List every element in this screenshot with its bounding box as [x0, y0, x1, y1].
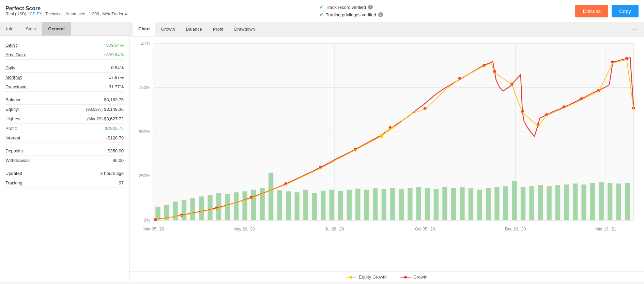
svg-rect-39	[286, 191, 291, 220]
copy-button[interactable]: Copy	[612, 5, 639, 17]
tracking-row: Tracking 97	[5, 178, 124, 188]
header: Perfect Score Real (USD), ICE-FX , Techn…	[0, 0, 644, 22]
svg-rect-43	[321, 191, 325, 220]
svg-rect-70	[555, 185, 560, 220]
svg-rect-78	[625, 183, 630, 220]
withdrawals-row: Withdrawals: $0.00	[5, 156, 124, 165]
monthly-label[interactable]: Monthly:	[5, 75, 22, 80]
svg-rect-52	[399, 189, 404, 220]
svg-rect-29	[199, 196, 204, 220]
svg-rect-77	[616, 183, 621, 220]
tab-drawdown[interactable]: Drawdown	[229, 23, 260, 36]
monthly-row: Monthly: 17.97%	[5, 73, 124, 82]
svg-rect-54	[416, 187, 421, 220]
svg-rect-50	[382, 189, 386, 220]
tab-chart[interactable]: Chart	[133, 22, 155, 36]
svg-text:250%: 250%	[139, 173, 150, 178]
svg-rect-65	[512, 181, 517, 220]
main-content: Info Stats General Gain : +809.64% Abs. …	[0, 22, 644, 282]
balance-section: Balance: $3,183.75 Equity: (98.92%)$3,14…	[5, 95, 124, 143]
equity-growth-legend: Equity Growth	[346, 274, 387, 280]
svg-rect-73	[582, 184, 586, 220]
svg-rect-76	[608, 183, 612, 220]
track-record-label: Track record verified	[326, 5, 366, 10]
balance-row: Balance: $3,183.75	[5, 95, 124, 105]
svg-rect-27	[182, 200, 186, 220]
daily-label[interactable]: Daily	[5, 65, 15, 70]
svg-text:750%: 750%	[139, 85, 150, 90]
svg-rect-44	[329, 190, 334, 220]
equity-row: Equity: (98.92%)$3,149.36	[5, 105, 124, 114]
drawdown-label[interactable]: Drawdown:	[5, 84, 28, 89]
svg-rect-38	[277, 190, 282, 220]
svg-text:Jul 28, '20: Jul 28, '20	[325, 227, 344, 231]
deposits-value: $350.00	[108, 148, 124, 153]
interest-label: Interest	[5, 135, 20, 140]
svg-rect-60	[469, 188, 473, 220]
svg-rect-57	[442, 187, 447, 220]
account-subtitle: Real (USD), ICE-FX , Technical , Automat…	[5, 12, 127, 16]
svg-rect-34	[242, 191, 247, 220]
tab-info[interactable]: Info	[0, 22, 20, 35]
equity-label: Equity:	[5, 107, 19, 112]
trading-privileges-info-icon[interactable]: i	[378, 12, 383, 17]
tab-general[interactable]: General	[42, 22, 71, 35]
equity-value: (98.92%)$3,149.36	[86, 107, 124, 112]
highest-note: (Mar 29)	[87, 117, 103, 121]
highest-row: Highest: (Mar 29)$3,627.72	[5, 114, 124, 124]
svg-rect-56	[434, 189, 439, 220]
svg-point-101	[380, 134, 383, 138]
tab-profit[interactable]: Profit	[208, 23, 229, 36]
tab-growth[interactable]: Growth	[155, 23, 181, 36]
highest-value: (Mar 29)$3,627.72	[87, 116, 124, 121]
account-title: Perfect Score	[5, 5, 127, 12]
icefx-link[interactable]: ICE-FX	[29, 12, 42, 16]
tracking-label: Tracking	[5, 180, 22, 185]
svg-text:Dec 23, '20: Dec 23, '20	[505, 227, 526, 231]
svg-rect-28	[190, 198, 195, 220]
svg-rect-59	[460, 187, 464, 220]
withdrawals-label: Withdrawals:	[5, 158, 31, 163]
svg-rect-35	[251, 190, 256, 220]
discuss-button[interactable]: Discuss	[575, 5, 608, 17]
track-record-info-icon[interactable]: i	[368, 5, 373, 10]
svg-rect-32	[225, 194, 230, 220]
more-options-icon[interactable]: ···	[630, 23, 641, 35]
gain-value: +809.64%	[104, 43, 124, 48]
performance-section: Daily 0.54% Monthly: 17.97% Drawdown: 31…	[5, 63, 124, 92]
tab-stats[interactable]: Stats	[20, 22, 42, 35]
verification-section: ✔ Track record verified i ✔ Trading priv…	[319, 4, 383, 18]
daily-row: Daily 0.54%	[5, 63, 124, 73]
growth-legend: Growth	[400, 274, 428, 280]
svg-rect-30	[208, 195, 212, 220]
svg-rect-24	[155, 207, 160, 220]
svg-rect-67	[529, 186, 534, 220]
svg-rect-42	[312, 193, 317, 220]
equity-note: (98.92%)	[86, 107, 103, 112]
gain-label[interactable]: Gain :	[5, 43, 17, 48]
tab-balance[interactable]: Balance	[181, 23, 208, 36]
growth-label: Growth	[413, 274, 428, 280]
interest-row: Interest -$120.79	[5, 133, 124, 143]
trading-privileges-verify: ✔ Trading privileges verified i	[319, 12, 383, 18]
svg-rect-55	[425, 188, 430, 220]
track-record-verify: ✔ Track record verified i	[319, 4, 383, 10]
withdrawals-value: $0.00	[112, 158, 124, 163]
header-left: Perfect Score Real (USD), ICE-FX , Techn…	[5, 5, 127, 16]
svg-rect-47	[355, 189, 360, 220]
balance-label: Balance:	[5, 97, 23, 102]
svg-rect-69	[547, 186, 551, 220]
left-stats-content: Gain : +809.64% Abs. Gain: +809.64% Dail…	[0, 36, 129, 282]
chart-legend: Equity Growth Growth	[129, 271, 644, 282]
svg-rect-72	[573, 183, 578, 220]
svg-rect-53	[408, 188, 412, 220]
right-tab-bar: Chart Growth Balance Profit Drawdown ···	[129, 22, 644, 36]
svg-text:Oct 05, '20: Oct 05, '20	[415, 227, 435, 231]
svg-text:0%: 0%	[144, 218, 151, 223]
drawdown-row: Drawdown: 31.77%	[5, 82, 124, 92]
profit-label: Profit:	[5, 126, 17, 131]
abs-gain-label[interactable]: Abs. Gain:	[5, 52, 26, 57]
left-panel: Info Stats General Gain : +809.64% Abs. …	[0, 22, 129, 282]
profit-row: Profit: $2833.75	[5, 124, 124, 133]
equity-growth-label: Equity Growth	[359, 274, 387, 280]
